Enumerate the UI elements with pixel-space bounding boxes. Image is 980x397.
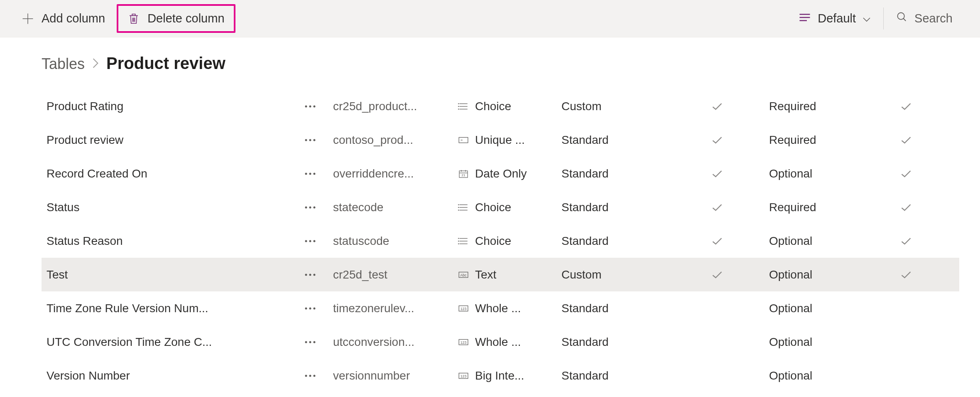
searchable-check [873,102,939,111]
data-type: Choice [458,201,561,214]
unique-type-icon [458,135,469,145]
data-type: Choice [458,234,561,248]
toolbar-right: Default Search [786,0,968,37]
delete-column-button[interactable]: Delete column [117,4,235,33]
schema-name: cr25d_test [333,268,458,281]
required: Required [769,201,873,214]
data-type: Choice [458,100,561,113]
required: Optional [769,302,873,315]
required: Optional [769,268,873,281]
trash-icon [127,12,140,25]
column-name: Time Zone Rule Version Num... [47,302,287,315]
columns-grid: Product Rating cr25d_product... Choice C… [42,89,959,392]
schema-name: statuscode [333,234,458,248]
schema-name: utcconversion... [333,335,458,349]
table-row[interactable]: Status statecode Choice Standard Require… [42,190,959,224]
customizable-check [665,203,769,212]
svg-line-9 [904,18,906,21]
row-more-button[interactable] [287,273,333,276]
required: Optional [769,167,873,180]
breadcrumb: Tables Product review [42,54,959,73]
customizable-check [665,102,769,111]
chevron-right-icon [92,57,99,71]
search-placeholder: Search [914,12,953,25]
searchable-check [873,169,939,178]
column-name: UTC Conversion Time Zone C... [47,335,287,349]
kind: Standard [561,302,665,315]
data-type: Big Inte... [458,369,561,382]
breadcrumb-current: Product review [106,54,225,73]
row-more-button[interactable] [287,340,333,344]
toolbar: Add column Delete column Default [0,0,980,37]
required: Optional [769,369,873,382]
kind: Standard [561,335,665,349]
column-name: Status Reason [47,234,287,248]
kind: Standard [561,234,665,248]
table-row[interactable]: Version Number versionnumber Big Inte...… [42,359,959,392]
customizable-check [665,136,769,145]
row-more-button[interactable] [287,239,333,243]
schema-name: contoso_prod... [333,133,458,147]
column-name: Record Created On [47,167,287,180]
row-more-button[interactable] [287,206,333,209]
searchable-check [873,270,939,279]
kind: Standard [561,167,665,180]
search-input[interactable]: Search [883,7,968,30]
plus-icon [22,12,34,25]
searchable-check [873,237,939,246]
delete-column-label: Delete column [147,12,224,25]
row-more-button[interactable] [287,307,333,310]
column-name: Product Rating [47,100,287,113]
table-row[interactable]: UTC Conversion Time Zone C... utcconvers… [42,325,959,359]
view-switcher[interactable]: Default [786,0,883,37]
column-name: Status [47,201,287,214]
table-row[interactable]: Test cr25d_test Text Custom Optional [42,258,959,291]
table-row[interactable]: Product review contoso_prod... Unique ..… [42,123,959,157]
whole-type-icon [458,337,469,347]
bigint-type-icon [458,371,469,381]
kind: Standard [561,133,665,147]
required: Optional [769,234,873,248]
kind: Custom [561,100,665,113]
data-type: Whole ... [458,302,561,315]
choice-type-icon [458,101,469,111]
data-type: Text [458,268,561,281]
row-more-button[interactable] [287,138,333,142]
required: Optional [769,335,873,349]
whole-type-icon [458,303,469,313]
schema-name: timezonerulev... [333,302,458,315]
table-row[interactable]: Record Created On overriddencre... Date … [42,157,959,190]
choice-type-icon [458,236,469,246]
text-type-icon [458,270,469,280]
date-type-icon [458,169,469,179]
schema-name: versionnumber [333,369,458,382]
row-more-button[interactable] [287,172,333,175]
data-type: Unique ... [458,133,561,147]
breadcrumb-root-link[interactable]: Tables [42,55,85,73]
table-row[interactable]: Status Reason statuscode Choice Standard… [42,224,959,258]
customizable-check [665,237,769,246]
column-name: Test [47,268,287,281]
schema-name: cr25d_product... [333,100,458,113]
customizable-check [665,169,769,178]
required: Required [769,100,873,113]
chevron-down-icon [862,12,871,25]
customizable-check [665,270,769,279]
list-icon [799,12,811,25]
svg-point-8 [898,12,904,19]
add-column-label: Add column [42,12,105,25]
schema-name: statecode [333,201,458,214]
view-label: Default [818,12,856,25]
searchable-check [873,203,939,212]
table-row[interactable]: Time Zone Rule Version Num... timezoneru… [42,291,959,325]
search-icon [896,11,908,26]
toolbar-left: Add column Delete column [12,4,235,33]
add-column-button[interactable]: Add column [12,7,114,30]
row-more-button[interactable] [287,374,333,377]
table-row[interactable]: Product Rating cr25d_product... Choice C… [42,89,959,123]
searchable-check [873,136,939,145]
content: Tables Product review Product Rating cr2… [0,37,980,392]
row-more-button[interactable] [287,105,333,108]
choice-type-icon [458,202,469,212]
data-type: Whole ... [458,335,561,349]
